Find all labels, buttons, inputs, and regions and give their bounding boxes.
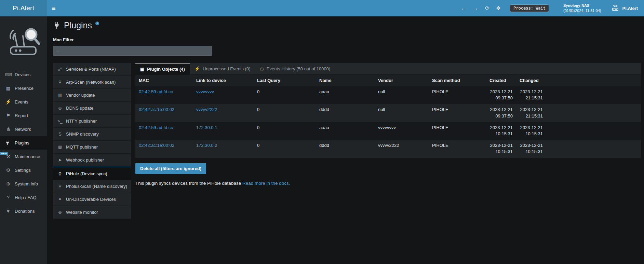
forward-icon[interactable]: → [473,5,478,11]
cell-scan-method: PIHOLE [429,122,486,140]
plugin-tabs: ▣ Plugin Objects (4) ⚡ Unprocessed Event… [135,63,641,74]
col-header-name: Name [316,75,375,86]
gear-icon: ⚙ [5,167,11,173]
table-row: 02:42:ac:1e:00:02 vvvvv2222 0 dddd null … [135,104,641,122]
process-status-badge[interactable]: Process: Wait [510,4,549,12]
docs-info-badge[interactable]: ? [95,22,99,25]
cell-vendor: null [375,104,429,122]
sidebar-item-label: Plugins [15,140,29,145]
sidebar-item-help-faq[interactable]: ? Help / FAQ [0,191,47,204]
mac-link[interactable]: 02:42:59:ad:fd:cc [139,89,173,94]
plugin-nav-label: MQTT publisher [66,144,98,150]
plugin-nav-label: DDNS update [66,106,93,111]
hamburger-menu-icon[interactable]: ≡ [52,5,56,12]
search-icon: ⚲ [57,184,63,189]
clock-icon: ◷ [260,66,264,71]
table-header-row: MAC Link to device Last Query Name Vendo… [135,75,641,86]
sidebar-item-report[interactable]: ⚑ Report [0,109,47,122]
plugin-nav-undiscoverable-devices[interactable]: ⚭ Un-Discoverable Devices [53,193,131,206]
globe-icon: ⊕ [5,181,11,186]
refresh-icon[interactable]: ⟳ [485,5,489,11]
tab-events-history[interactable]: ◷ Events History (50 out of 10000) [255,63,335,74]
plug-icon [53,22,61,29]
plugin-nav-arp-scan[interactable]: ⚲ Arp-Scan (Network scan) [53,76,131,89]
sidebar-item-settings[interactable]: ⚙ Settings [0,163,47,177]
plugin-nav-snmp-discovery[interactable]: S SNMP discovery [53,128,131,141]
plugins-content: ☍ Services & Ports (NMAP) ⚲ Arp-Scan (Ne… [53,63,641,219]
move-icon[interactable]: ✥ [496,5,500,11]
mac-filter-input[interactable] [53,46,212,56]
sidebar-item-donations[interactable]: ♥ Donations [0,204,47,218]
device-link[interactable]: vvvvv2222 [196,107,217,112]
mac-link[interactable]: 02:42:ac:1e:00:02 [139,107,174,112]
tab-label: Unprocessed Events (0) [203,66,250,71]
cell-created: 2023-12-21 09:37:50 [486,86,516,104]
sidebar-item-network[interactable]: ⋔ Network [0,122,47,136]
nmap-icon: ☍ [57,67,63,72]
docs-link[interactable]: Read more in the docs. [242,181,290,186]
chart-icon: ▥ [57,93,63,98]
sidebar-item-maintenance[interactable]: NEW ⚒ Maintenance [0,150,47,163]
header-brand[interactable]: Pi.Alert [611,4,638,12]
tab-plugin-objects[interactable]: ▣ Plugin Objects (4) [135,63,190,74]
bolt-icon: ⚡ [5,99,11,105]
sidebar-item-events[interactable]: ⚡ Events [0,95,47,109]
plugin-nav-services-ports[interactable]: ☍ Services & Ports (NMAP) [53,63,131,76]
header-nav-arrows: ← → ⟳ ✥ [461,5,500,11]
col-header-scan-method: Scan method [429,75,486,86]
app-shell: ⌨ Devices ▦ Presence ⚡ Events ⚑ Report ⋔… [0,16,644,264]
plugin-nav-ntfy-publisher[interactable]: >_ NTFY publisher [53,115,131,128]
devices-icon: ⌨ [5,72,11,77]
plugin-nav-vendor-update[interactable]: ▥ Vendor update [53,89,131,102]
sidebar-item-plugins[interactable]: Plugins [0,136,47,150]
table-row: 02:42:59:ad:fd:cc 172.30.0.1 0 aaaa vvvv… [135,122,641,140]
device-link[interactable]: 172.30.0.2 [196,143,217,148]
plugin-nav-label: Un-Discoverable Devices [66,197,116,202]
sidebar-item-label: Donations [15,209,35,214]
cell-scan-method: PIHOLE [429,140,486,157]
plugin-nav-pholus-scan[interactable]: ⚲ Pholus-Scan (Name discovery) [53,180,131,193]
cell-changed: 2023-12-21 10:15:31 [516,122,546,140]
globe-icon: ⊕ [57,106,63,111]
cell-created: 2023-12-21 10:15:31 [486,122,516,140]
snmp-icon: S [57,131,63,137]
cell-last-query: 0 [254,140,316,157]
app-logo[interactable]: Pi.Alert [0,0,47,16]
mac-link[interactable]: 02:42:59:ad:fd:cc [139,125,173,130]
plugin-nav-label: Pholus-Scan (Name discovery) [66,184,127,189]
device-name: Synology-NAS [563,3,601,8]
flag-icon: ⚑ [5,113,11,118]
plugin-description: This plugin syncs devices from the PiHol… [135,181,641,186]
sidebar-item-system-info[interactable]: ⊕ System info [0,177,47,191]
device-link[interactable]: vvvvvvvv [196,89,214,94]
bolt-icon: ⚡ [194,66,200,71]
delete-all-button[interactable]: Delete all (filters are ignored) [135,163,206,174]
col-header-mac: MAC [135,75,193,86]
page-title: Plugins ? [53,20,641,30]
plugin-nav-ddns-update[interactable]: ⊕ DDNS update [53,102,131,115]
sidebar-item-label: Maintenance [15,154,40,159]
cell-vendor: vvvvv2222 [375,140,429,157]
cell-last-query: 0 [254,86,316,104]
tab-unprocessed-events[interactable]: ⚡ Unprocessed Events (0) [190,63,255,74]
search-icon: ⚲ [57,171,63,176]
col-header-link: Link to device [193,75,254,86]
plugin-nav-website-monitor[interactable]: ⊕ Website monitor [53,206,131,219]
mac-link[interactable]: 02:42:ac:1e:00:02 [139,143,174,148]
new-badge: NEW [0,152,8,155]
device-link[interactable]: 172.30.0.1 [196,125,217,130]
plugin-nav-mqtt-publisher[interactable]: ⊠ MQTT publisher [53,141,131,154]
back-icon[interactable]: ← [461,5,466,11]
device-datetime: (01/01/2024, 11:31:04) [563,8,601,13]
sidebar-item-devices[interactable]: ⌨ Devices [0,68,47,81]
top-header: Pi.Alert ≡ ← → ⟳ ✥ Process: Wait Synolog… [0,0,644,16]
calendar-icon: ▦ [5,85,11,91]
plugin-nav-pihole-device-sync[interactable]: ⚲ PiHole (Device sync) [53,167,131,180]
sidebar-item-label: Events [15,99,28,105]
tab-label: Plugin Objects (4) [147,67,185,72]
sidebar-item-presence[interactable]: ▦ Presence [0,81,47,95]
plugin-nav-webhook-publisher[interactable]: ➤ Webhook publisher [53,154,131,167]
header-bar: ≡ ← → ⟳ ✥ Process: Wait Synology-NAS (01… [47,0,644,16]
cell-changed: 2023-12-21 21:15:31 [516,86,546,104]
heart-icon: ♥ [5,208,11,214]
